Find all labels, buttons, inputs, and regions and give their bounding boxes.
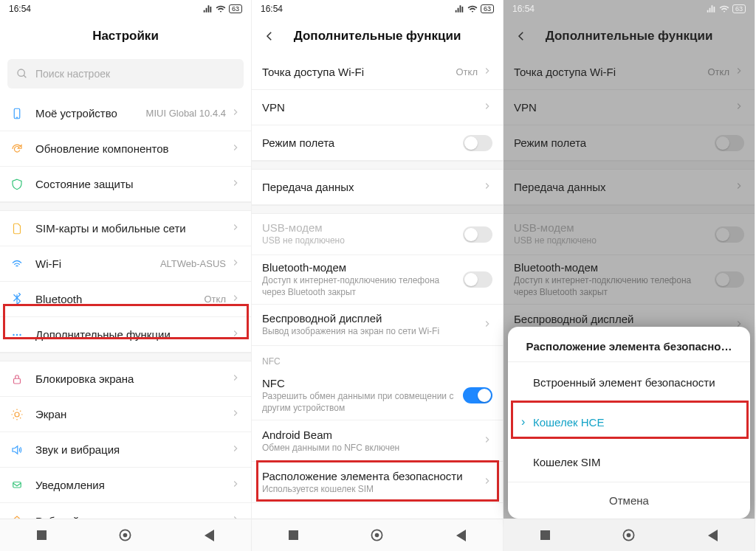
phone-screen-additional: 16:54 63 Дополнительные функции Точка до… (252, 0, 504, 551)
nav-back-button[interactable] (194, 521, 224, 550)
nav-recent-button[interactable] (531, 521, 560, 550)
nav-back-button[interactable] (446, 521, 475, 550)
bt-toggle[interactable] (463, 271, 492, 288)
status-time: 16:54 (9, 4, 31, 14)
row-vpn[interactable]: VPN (252, 90, 503, 125)
row-hotspot: Точка доступа Wi-Fi Откл (504, 55, 755, 90)
section-gap (252, 205, 503, 214)
section-gap (0, 353, 251, 361)
svg-point-8 (15, 412, 19, 417)
row-sim[interactable]: SIM-карты и мобильные сети (0, 211, 251, 246)
nav-back-button[interactable] (698, 521, 727, 550)
wifi-icon (10, 257, 35, 271)
wifi-icon (719, 4, 729, 14)
chevron-right-icon (230, 142, 241, 156)
page-header: Дополнительные функции (504, 18, 755, 55)
nav-home-button[interactable] (362, 521, 392, 550)
row-wifi[interactable]: Wi-Fi ALTWeb-ASUS (0, 246, 251, 282)
svg-point-4 (13, 333, 14, 335)
nfc-toggle[interactable] (463, 387, 492, 403)
svg-rect-7 (14, 378, 21, 384)
row-my-device[interactable]: Моё устройство MIUI Global 10.4.4 (0, 96, 251, 131)
usb-toggle (463, 226, 492, 243)
nav-recent-button[interactable] (279, 521, 309, 550)
speaker-icon (10, 443, 35, 457)
row-more-connections[interactable]: Дополнительные функции (0, 317, 251, 353)
battery-icon: 63 (481, 4, 494, 13)
section-gap (0, 202, 251, 211)
android-navbar (0, 519, 251, 551)
row-airplane[interactable]: Режим полета (252, 125, 503, 161)
page-title: Настройки (0, 18, 251, 55)
usb-toggle (715, 226, 744, 243)
status-bar: 16:54 63 (0, 0, 251, 18)
row-bt-tether: Bluetooth-модемДоступ к интернет-подключ… (504, 255, 755, 305)
sheet-option-embedded[interactable]: › Встроенный элемент безопасности (508, 362, 750, 402)
chevron-right-icon (230, 293, 241, 306)
battery-icon: 63 (229, 4, 242, 13)
sheet-cancel-button[interactable]: Отмена (508, 482, 750, 519)
chevron-right-icon (230, 178, 241, 191)
row-vpn: VPN (504, 90, 755, 125)
airplane-toggle (715, 135, 744, 151)
chevron-right-icon (482, 181, 492, 194)
back-button[interactable] (512, 27, 530, 45)
chevron-right-icon (230, 479, 241, 492)
svg-line-1 (24, 75, 26, 77)
nav-recent-button[interactable] (27, 521, 57, 550)
chevron-right-icon (230, 107, 241, 120)
row-android-beam[interactable]: Android BeamОбмен данными по NFC включен (252, 420, 503, 462)
phone-icon (10, 107, 35, 120)
row-usb-tether: USB-модемUSB не подключено (252, 214, 503, 255)
row-sound[interactable]: Звук и вибрация (0, 432, 251, 468)
row-display[interactable]: Экран (0, 397, 251, 432)
airplane-toggle[interactable] (463, 135, 492, 151)
row-security-status[interactable]: Состояние защиты (0, 167, 251, 202)
sheet-option-sim[interactable]: › Кошелек SIM (508, 442, 750, 482)
nav-home-button[interactable] (111, 521, 140, 550)
row-data-usage[interactable]: Передача данных (252, 170, 503, 205)
nav-home-button[interactable] (614, 521, 644, 550)
chevron-right-icon (230, 514, 241, 519)
bottom-sheet-secure-element: Расположение элемента безопасно… › Встро… (508, 327, 750, 519)
additional-list: Точка доступа Wi-Fi Откл VPN Режим полет… (252, 55, 503, 519)
sheet-option-hce[interactable]: › Кошелек HCE (508, 402, 750, 442)
row-secure-element[interactable]: Расположение элемента безопасностиИсполь… (252, 462, 503, 503)
page-title: Дополнительные функции (546, 29, 713, 44)
selected-indicator-icon: › (521, 415, 529, 429)
section-gap (504, 205, 755, 214)
row-hotspot[interactable]: Точка доступа Wi-Fi Откл (252, 55, 503, 90)
search-input[interactable]: Поиск настроек (7, 59, 244, 89)
svg-point-11 (123, 533, 128, 538)
search-placeholder: Поиск настроек (35, 68, 110, 80)
row-update[interactable]: Обновление компонентов (0, 131, 251, 167)
row-nfc[interactable]: NFCРазрешить обмен данными при совмещени… (252, 371, 503, 420)
status-time: 16:54 (261, 4, 283, 14)
status-bar: 16:54 63 (252, 0, 503, 18)
row-home[interactable]: Рабочий стол (0, 503, 251, 519)
back-button[interactable] (261, 27, 278, 45)
sim-icon (10, 222, 35, 235)
chevron-right-icon (482, 66, 492, 79)
chevron-right-icon (734, 101, 744, 114)
row-contactless[interactable]: Бесконтактная оплата (252, 503, 503, 519)
more-icon (10, 328, 35, 342)
row-notifications[interactable]: Уведомления (0, 468, 251, 503)
signal-icon (202, 4, 213, 14)
row-lockscreen[interactable]: Блокировка экрана (0, 361, 251, 397)
row-data-usage: Передача данных (504, 170, 755, 205)
svg-point-5 (16, 333, 18, 335)
wifi-icon (467, 4, 478, 14)
row-wireless-display[interactable]: Беспроводной дисплейВывод изображения на… (252, 305, 503, 346)
page-title: Дополнительные функции (294, 29, 461, 44)
row-bluetooth[interactable]: Bluetooth Откл (0, 282, 251, 317)
row-usb-tether: USB-модемUSB не подключено (504, 214, 755, 255)
row-airplane: Режим полета (504, 125, 755, 161)
signal-icon (706, 4, 716, 14)
row-bt-tether[interactable]: Bluetooth-модемДоступ к интернет-подключ… (252, 255, 503, 305)
page-header: Дополнительные функции (252, 18, 503, 55)
svg-point-15 (627, 533, 631, 538)
phone-screen-settings: 16:54 63 Настройки Поиск настроек Моё ус… (0, 0, 252, 551)
chevron-right-icon (230, 443, 241, 457)
chevron-right-icon (482, 101, 492, 114)
